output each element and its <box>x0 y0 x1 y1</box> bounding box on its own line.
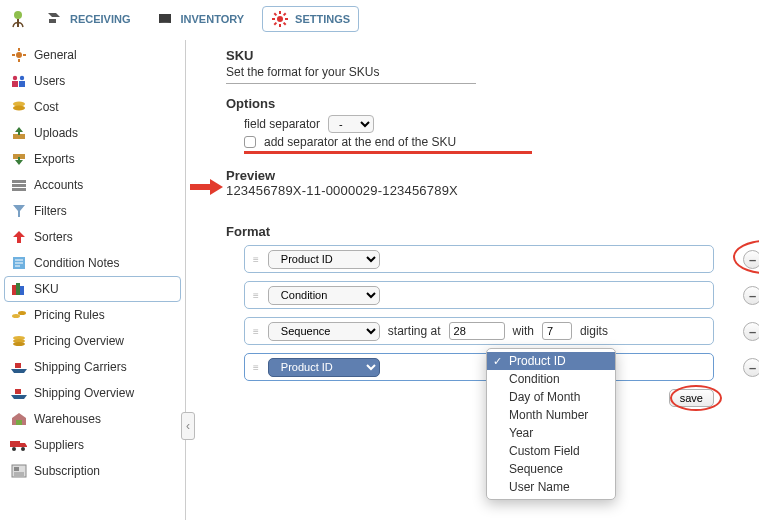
annotation-arrow-icon <box>190 178 224 199</box>
format-field-select[interactable]: Product ID <box>268 250 380 269</box>
format-field-dropdown[interactable]: ✓Product ID Condition Day of Month Month… <box>486 348 616 500</box>
check-icon: ✓ <box>493 355 502 368</box>
svg-point-16 <box>13 76 17 80</box>
remove-row-button[interactable]: – <box>743 358 759 377</box>
top-nav: RECEIVING INVENTORY SETTINGS <box>0 0 759 40</box>
main: General Users Cost Uploads Exports Accou… <box>0 40 759 520</box>
format-section: Format ≡ Product ID – + ≡ Condition <box>226 224 741 407</box>
starting-at-input[interactable] <box>449 322 505 340</box>
svg-line-7 <box>274 13 276 15</box>
sidebar-item-filters[interactable]: Filters <box>0 198 185 224</box>
tab-label: SETTINGS <box>295 13 350 25</box>
book-icon <box>157 10 175 28</box>
sidebar-item-condition-notes[interactable]: Condition Notes <box>0 250 185 276</box>
sidebar-item-pricing-overview[interactable]: Pricing Overview <box>0 328 185 354</box>
ship-icon <box>10 385 28 401</box>
page-title: SKU <box>226 48 741 63</box>
tab-inventory[interactable]: INVENTORY <box>149 7 253 31</box>
barcode-scanner-icon <box>46 10 64 28</box>
dropdown-option[interactable]: ✓Product ID <box>487 352 615 370</box>
format-title: Format <box>226 224 741 239</box>
sidebar-item-warehouses[interactable]: Warehouses <box>0 406 185 432</box>
add-separator-checkbox[interactable] <box>244 136 256 148</box>
svg-rect-26 <box>12 188 26 191</box>
sidebar-item-label: Sorters <box>34 230 73 244</box>
sidebar-item-accounts[interactable]: Accounts <box>0 172 185 198</box>
logo-icon <box>8 9 28 29</box>
svg-rect-43 <box>14 467 19 471</box>
svg-rect-25 <box>12 184 26 187</box>
with-label: with <box>513 324 534 338</box>
sidebar-item-sku[interactable]: SKU <box>4 276 181 302</box>
drag-handle-icon[interactable]: ≡ <box>253 254 260 265</box>
save-button[interactable]: save <box>669 389 714 407</box>
divider <box>226 83 476 84</box>
dropdown-option[interactable]: Sequence <box>487 460 615 478</box>
format-field-select[interactable]: Product ID <box>268 358 380 377</box>
tab-label: INVENTORY <box>181 13 245 25</box>
tab-receiving[interactable]: RECEIVING <box>38 7 139 31</box>
format-row: ≡ Product ID – + <box>244 353 714 381</box>
coins-stack-icon <box>10 333 28 349</box>
format-field-select[interactable]: Sequence <box>268 322 380 341</box>
users-icon <box>10 73 28 89</box>
sidebar-item-shipping-carriers[interactable]: Shipping Carriers <box>0 354 185 380</box>
sidebar-item-suppliers[interactable]: Suppliers <box>0 432 185 458</box>
sidebar-item-label: Accounts <box>34 178 83 192</box>
format-field-select[interactable]: Condition <box>268 286 380 305</box>
content: SKU Set the format for your SKUs Options… <box>186 40 759 520</box>
sidebar-item-pricing-rules[interactable]: Pricing Rules <box>0 302 185 328</box>
dropdown-option[interactable]: Day of Month <box>487 388 615 406</box>
sidebar-item-label: Filters <box>34 204 67 218</box>
sidebar-item-uploads[interactable]: Uploads <box>0 120 185 146</box>
svg-rect-39 <box>10 441 20 447</box>
remove-row-button[interactable]: – <box>743 250 759 269</box>
svg-rect-28 <box>12 285 16 295</box>
sidebar-item-exports[interactable]: Exports <box>0 146 185 172</box>
svg-rect-38 <box>16 420 22 425</box>
svg-point-41 <box>21 447 25 451</box>
sidebar-item-sorters[interactable]: Sorters <box>0 224 185 250</box>
sidebar-item-label: Warehouses <box>34 412 101 426</box>
sidebar-item-general[interactable]: General <box>0 42 185 68</box>
svg-point-32 <box>18 311 26 315</box>
sidebar-item-label: Uploads <box>34 126 78 140</box>
funnel-icon <box>10 203 28 219</box>
coins-icon <box>10 307 28 323</box>
field-separator-select[interactable]: - <box>328 115 374 133</box>
svg-rect-36 <box>15 363 21 368</box>
drag-handle-icon[interactable]: ≡ <box>253 362 260 373</box>
drag-handle-icon[interactable]: ≡ <box>253 290 260 301</box>
dropdown-option[interactable]: Custom Field <box>487 442 615 460</box>
sidebar-item-label: Shipping Overview <box>34 386 134 400</box>
dropdown-option[interactable]: Year <box>487 424 615 442</box>
digits-input[interactable] <box>542 322 572 340</box>
drag-handle-icon[interactable]: ≡ <box>253 326 260 337</box>
svg-point-0 <box>14 11 22 19</box>
sidebar-item-label: Pricing Rules <box>34 308 105 322</box>
dropdown-option[interactable]: Condition <box>487 370 615 388</box>
remove-row-button[interactable]: – <box>743 322 759 341</box>
options-title: Options <box>226 96 741 111</box>
sidebar-item-label: Condition Notes <box>34 256 119 270</box>
sidebar-item-cost[interactable]: Cost <box>0 94 185 120</box>
format-row: ≡ Product ID – + <box>244 245 714 273</box>
sidebar: General Users Cost Uploads Exports Accou… <box>0 40 186 520</box>
field-separator-label: field separator <box>244 117 320 131</box>
sidebar-item-subscription[interactable]: Subscription <box>0 458 185 484</box>
truck-icon <box>10 437 28 453</box>
svg-point-11 <box>16 52 22 58</box>
preview-section: Preview 123456789X-11-0000029-123456789X <box>226 168 741 198</box>
remove-row-button[interactable]: – <box>743 286 759 305</box>
sidebar-item-users[interactable]: Users <box>0 68 185 94</box>
svg-point-35 <box>13 342 25 346</box>
digits-label: digits <box>580 324 608 338</box>
dropdown-option[interactable]: User Name <box>487 478 615 496</box>
svg-rect-18 <box>12 81 18 87</box>
svg-line-9 <box>284 13 286 15</box>
dropdown-option[interactable]: Month Number <box>487 406 615 424</box>
sidebar-item-label: Pricing Overview <box>34 334 124 348</box>
sidebar-item-shipping-overview[interactable]: Shipping Overview <box>0 380 185 406</box>
tab-settings[interactable]: SETTINGS <box>262 6 359 32</box>
save-row: save <box>244 389 714 407</box>
